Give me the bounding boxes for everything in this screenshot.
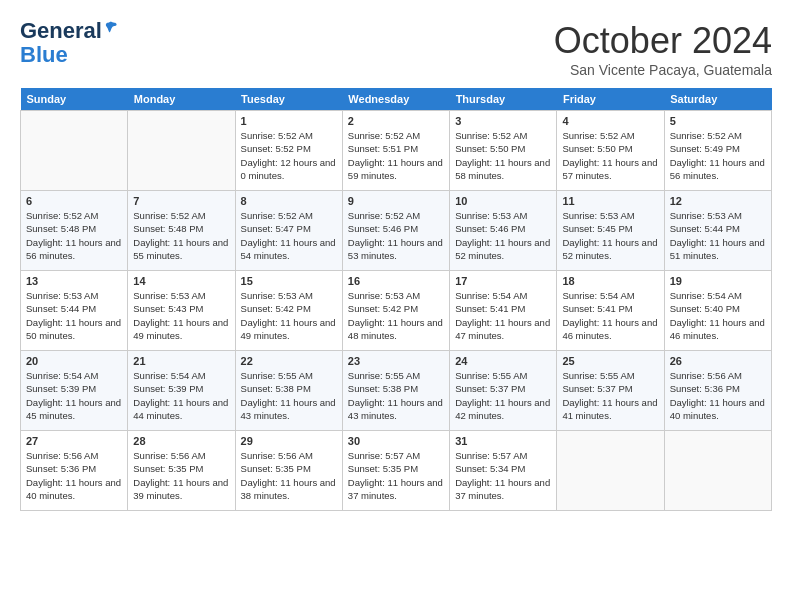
day-info: Sunrise: 5:53 AMSunset: 5:42 PMDaylight:… (241, 289, 337, 342)
day-number: 29 (241, 435, 337, 447)
day-number: 2 (348, 115, 444, 127)
day-info: Sunrise: 5:54 AMSunset: 5:41 PMDaylight:… (455, 289, 551, 342)
day-number: 5 (670, 115, 766, 127)
day-info: Sunrise: 5:54 AMSunset: 5:39 PMDaylight:… (26, 369, 122, 422)
weekday-header-row: SundayMondayTuesdayWednesdayThursdayFrid… (21, 88, 772, 111)
day-info: Sunrise: 5:52 AMSunset: 5:52 PMDaylight:… (241, 129, 337, 182)
logo-text: General (20, 20, 118, 42)
month-title: October 2024 (554, 20, 772, 62)
calendar-cell: 31Sunrise: 5:57 AMSunset: 5:34 PMDayligh… (450, 431, 557, 511)
day-info: Sunrise: 5:52 AMSunset: 5:49 PMDaylight:… (670, 129, 766, 182)
day-info: Sunrise: 5:53 AMSunset: 5:42 PMDaylight:… (348, 289, 444, 342)
day-number: 15 (241, 275, 337, 287)
calendar-cell: 24Sunrise: 5:55 AMSunset: 5:37 PMDayligh… (450, 351, 557, 431)
day-info: Sunrise: 5:54 AMSunset: 5:40 PMDaylight:… (670, 289, 766, 342)
day-info: Sunrise: 5:52 AMSunset: 5:47 PMDaylight:… (241, 209, 337, 262)
day-number: 6 (26, 195, 122, 207)
logo: General Blue (20, 20, 118, 68)
day-number: 13 (26, 275, 122, 287)
calendar-cell (21, 111, 128, 191)
calendar-cell: 13Sunrise: 5:53 AMSunset: 5:44 PMDayligh… (21, 271, 128, 351)
logo-general: General (20, 20, 102, 42)
day-number: 8 (241, 195, 337, 207)
calendar-cell: 11Sunrise: 5:53 AMSunset: 5:45 PMDayligh… (557, 191, 664, 271)
day-number: 17 (455, 275, 551, 287)
day-number: 11 (562, 195, 658, 207)
calendar-cell: 21Sunrise: 5:54 AMSunset: 5:39 PMDayligh… (128, 351, 235, 431)
day-info: Sunrise: 5:57 AMSunset: 5:35 PMDaylight:… (348, 449, 444, 502)
calendar-cell (664, 431, 771, 511)
weekday-header-saturday: Saturday (664, 88, 771, 111)
day-number: 18 (562, 275, 658, 287)
header: General Blue October 2024 San Vicente Pa… (20, 20, 772, 78)
calendar-cell: 2Sunrise: 5:52 AMSunset: 5:51 PMDaylight… (342, 111, 449, 191)
day-number: 21 (133, 355, 229, 367)
week-row-4: 20Sunrise: 5:54 AMSunset: 5:39 PMDayligh… (21, 351, 772, 431)
day-number: 22 (241, 355, 337, 367)
calendar-cell: 15Sunrise: 5:53 AMSunset: 5:42 PMDayligh… (235, 271, 342, 351)
calendar-cell: 20Sunrise: 5:54 AMSunset: 5:39 PMDayligh… (21, 351, 128, 431)
calendar-cell: 17Sunrise: 5:54 AMSunset: 5:41 PMDayligh… (450, 271, 557, 351)
calendar-cell: 28Sunrise: 5:56 AMSunset: 5:35 PMDayligh… (128, 431, 235, 511)
day-info: Sunrise: 5:52 AMSunset: 5:50 PMDaylight:… (455, 129, 551, 182)
day-info: Sunrise: 5:55 AMSunset: 5:38 PMDaylight:… (348, 369, 444, 422)
day-info: Sunrise: 5:55 AMSunset: 5:37 PMDaylight:… (455, 369, 551, 422)
day-number: 20 (26, 355, 122, 367)
day-info: Sunrise: 5:56 AMSunset: 5:36 PMDaylight:… (670, 369, 766, 422)
page: General Blue October 2024 San Vicente Pa… (0, 0, 792, 521)
calendar-cell: 27Sunrise: 5:56 AMSunset: 5:36 PMDayligh… (21, 431, 128, 511)
day-info: Sunrise: 5:53 AMSunset: 5:45 PMDaylight:… (562, 209, 658, 262)
weekday-header-tuesday: Tuesday (235, 88, 342, 111)
day-info: Sunrise: 5:53 AMSunset: 5:44 PMDaylight:… (670, 209, 766, 262)
weekday-header-monday: Monday (128, 88, 235, 111)
day-info: Sunrise: 5:57 AMSunset: 5:34 PMDaylight:… (455, 449, 551, 502)
calendar-cell: 14Sunrise: 5:53 AMSunset: 5:43 PMDayligh… (128, 271, 235, 351)
calendar-cell: 8Sunrise: 5:52 AMSunset: 5:47 PMDaylight… (235, 191, 342, 271)
calendar-cell: 10Sunrise: 5:53 AMSunset: 5:46 PMDayligh… (450, 191, 557, 271)
day-number: 30 (348, 435, 444, 447)
day-info: Sunrise: 5:52 AMSunset: 5:50 PMDaylight:… (562, 129, 658, 182)
day-number: 14 (133, 275, 229, 287)
calendar-cell: 23Sunrise: 5:55 AMSunset: 5:38 PMDayligh… (342, 351, 449, 431)
day-number: 10 (455, 195, 551, 207)
day-number: 7 (133, 195, 229, 207)
day-info: Sunrise: 5:54 AMSunset: 5:41 PMDaylight:… (562, 289, 658, 342)
day-info: Sunrise: 5:53 AMSunset: 5:46 PMDaylight:… (455, 209, 551, 262)
calendar-cell: 5Sunrise: 5:52 AMSunset: 5:49 PMDaylight… (664, 111, 771, 191)
day-number: 9 (348, 195, 444, 207)
day-number: 16 (348, 275, 444, 287)
weekday-header-wednesday: Wednesday (342, 88, 449, 111)
weekday-header-friday: Friday (557, 88, 664, 111)
day-number: 25 (562, 355, 658, 367)
day-number: 31 (455, 435, 551, 447)
calendar-cell: 7Sunrise: 5:52 AMSunset: 5:48 PMDaylight… (128, 191, 235, 271)
calendar-cell (128, 111, 235, 191)
day-number: 23 (348, 355, 444, 367)
calendar-cell: 25Sunrise: 5:55 AMSunset: 5:37 PMDayligh… (557, 351, 664, 431)
day-number: 12 (670, 195, 766, 207)
calendar-table: SundayMondayTuesdayWednesdayThursdayFrid… (20, 88, 772, 511)
calendar-cell: 12Sunrise: 5:53 AMSunset: 5:44 PMDayligh… (664, 191, 771, 271)
calendar-cell: 22Sunrise: 5:55 AMSunset: 5:38 PMDayligh… (235, 351, 342, 431)
day-info: Sunrise: 5:52 AMSunset: 5:48 PMDaylight:… (26, 209, 122, 262)
week-row-3: 13Sunrise: 5:53 AMSunset: 5:44 PMDayligh… (21, 271, 772, 351)
calendar-cell: 16Sunrise: 5:53 AMSunset: 5:42 PMDayligh… (342, 271, 449, 351)
calendar-cell: 4Sunrise: 5:52 AMSunset: 5:50 PMDaylight… (557, 111, 664, 191)
logo-blue: Blue (20, 42, 68, 68)
day-number: 4 (562, 115, 658, 127)
day-number: 26 (670, 355, 766, 367)
calendar-cell: 9Sunrise: 5:52 AMSunset: 5:46 PMDaylight… (342, 191, 449, 271)
day-number: 3 (455, 115, 551, 127)
day-info: Sunrise: 5:52 AMSunset: 5:48 PMDaylight:… (133, 209, 229, 262)
calendar-cell: 1Sunrise: 5:52 AMSunset: 5:52 PMDaylight… (235, 111, 342, 191)
day-info: Sunrise: 5:52 AMSunset: 5:46 PMDaylight:… (348, 209, 444, 262)
calendar-cell: 6Sunrise: 5:52 AMSunset: 5:48 PMDaylight… (21, 191, 128, 271)
day-info: Sunrise: 5:54 AMSunset: 5:39 PMDaylight:… (133, 369, 229, 422)
calendar-cell: 30Sunrise: 5:57 AMSunset: 5:35 PMDayligh… (342, 431, 449, 511)
day-info: Sunrise: 5:52 AMSunset: 5:51 PMDaylight:… (348, 129, 444, 182)
day-number: 19 (670, 275, 766, 287)
subtitle: San Vicente Pacaya, Guatemala (554, 62, 772, 78)
day-number: 28 (133, 435, 229, 447)
week-row-2: 6Sunrise: 5:52 AMSunset: 5:48 PMDaylight… (21, 191, 772, 271)
calendar-cell: 3Sunrise: 5:52 AMSunset: 5:50 PMDaylight… (450, 111, 557, 191)
